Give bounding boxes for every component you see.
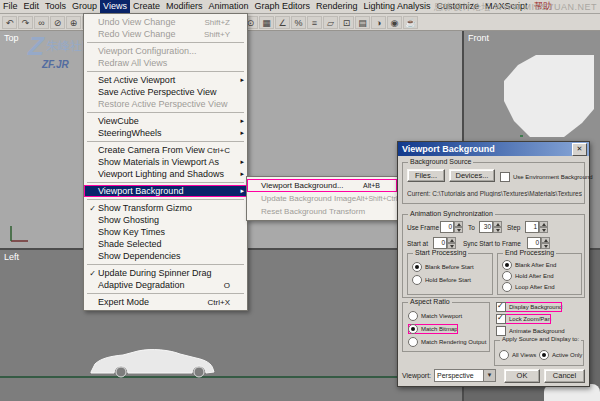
render-setup-icon[interactable]: ☕ [403, 16, 418, 29]
views-menu-item-viewport-background[interactable]: Viewport Background▸ [84, 185, 247, 197]
use-frame-spinner[interactable]: 0 [440, 221, 463, 233]
views-menu-item-show-materials-in-viewport-as[interactable]: Show Materials in Viewport As▸ [84, 156, 247, 168]
views-menu-item-viewcube[interactable]: ViewCube▸ [84, 115, 247, 127]
animation-synchronization-legend: Animation Synchronization [408, 210, 495, 217]
views-menu-item-expert-mode[interactable]: Expert ModeCtrl+X [84, 296, 247, 308]
views-menu-item-update-during-spinner-drag[interactable]: ✓Update During Spinner Drag [84, 267, 247, 279]
menubar-item-tools[interactable]: Tools [42, 0, 69, 13]
align-icon[interactable]: ⊡ [339, 16, 354, 29]
views-menu-item-viewport-configuration: Viewport Configuration... [84, 45, 247, 57]
views-menu-item-viewport-lighting-and-shadows[interactable]: Viewport Lighting and Shadows▸ [84, 168, 247, 180]
display-background-checkbox[interactable]: Display Background [496, 302, 562, 312]
views-menu-item-adaptive-degradation[interactable]: Adaptive DegradationO [84, 279, 247, 291]
step-spinner[interactable]: 1 [525, 221, 548, 233]
use-environment-background-checkbox[interactable]: Use Environment Background [500, 172, 593, 182]
percent-snap-toggle-icon[interactable]: % [291, 16, 306, 29]
animate-background-checkbox[interactable]: Animate Background [496, 326, 565, 336]
menubar-item-lighting-analysis[interactable]: Lighting Analysis [361, 0, 434, 13]
checkbox-icon [496, 302, 506, 312]
menubar-item-views[interactable]: Views [100, 0, 130, 13]
undo-icon[interactable]: ↶ [2, 16, 17, 29]
spinner-arrows[interactable] [447, 237, 456, 249]
match-bitmap-radio[interactable]: Match Bitmap [408, 324, 458, 334]
match-viewport-radio[interactable]: Match Viewport [408, 311, 462, 321]
use-frame-value[interactable]: 0 [440, 221, 454, 233]
checkbox-icon [496, 326, 506, 336]
spinner-arrows[interactable] [539, 221, 548, 233]
devices-button[interactable]: Devices... [449, 169, 495, 182]
start-at-value[interactable]: 0 [433, 237, 447, 249]
menubar-item-modifiers[interactable]: Modifiers [163, 0, 206, 13]
viewport-front-label[interactable]: Front [468, 33, 489, 43]
menu-separator [87, 293, 244, 294]
menubar-item-rendering[interactable]: Rendering [313, 0, 361, 13]
to-frame-value[interactable]: 30 [479, 221, 493, 233]
menubar-item-group[interactable]: Group [69, 0, 100, 13]
files-button[interactable]: Files... [407, 169, 445, 182]
sync-start-spinner[interactable]: 0 [527, 237, 550, 249]
menubar-item-create[interactable]: Create [130, 0, 163, 13]
redo-icon[interactable]: ↷ [18, 16, 33, 29]
views-menu-item-show-key-times[interactable]: Show Key Times [84, 226, 247, 238]
start-at-spinner[interactable]: 0 [433, 237, 456, 249]
views-menu-item-set-active-viewport[interactable]: Set Active Viewport▸ [84, 74, 247, 86]
views-menu-item-show-dependencies[interactable]: Show Dependencies [84, 250, 247, 262]
menu-separator [87, 42, 244, 43]
menubar-item-file[interactable]: File [0, 0, 21, 13]
active-only-radio[interactable]: Active Only [539, 350, 582, 360]
named-selection-sets-icon[interactable]: ≡ [307, 16, 322, 29]
to-frame-spinner[interactable]: 30 [479, 221, 502, 233]
chevron-down-icon[interactable]: ▼ [483, 370, 495, 381]
viewport-label: Viewport: [402, 372, 431, 379]
menubar-item-graph-editors[interactable]: Graph Editors [251, 0, 313, 13]
hold-after-end-radio[interactable]: Hold After End [502, 271, 554, 281]
background-source-legend: Background Source [408, 158, 473, 165]
axis-tripod-icon [8, 223, 34, 245]
car-front-view[interactable] [502, 55, 594, 139]
background-submenu-item-viewport-background[interactable]: Viewport Background...Alt+B [247, 179, 397, 192]
unlink-selection-icon[interactable]: ⊘ [50, 16, 65, 29]
menubar-item-edit[interactable]: Edit [21, 0, 43, 13]
sync-start-value[interactable]: 0 [527, 237, 541, 249]
views-menu-item-create-camera-from-view[interactable]: Create Camera From ViewCtrl+C [84, 144, 247, 156]
cancel-button[interactable]: Cancel [544, 369, 585, 383]
mirror-icon[interactable]: ▱ [323, 16, 338, 29]
step-value[interactable]: 1 [525, 221, 539, 233]
views-menu-item-save-active-perspective-view[interactable]: Save Active Perspective View [84, 86, 247, 98]
viewport-left-label[interactable]: Left [4, 252, 19, 262]
views-menu-item-show-transform-gizmo[interactable]: ✓Show Transform Gizmo [84, 202, 247, 214]
spinner-arrows[interactable] [493, 221, 502, 233]
viewport-top-label[interactable]: Top [4, 33, 19, 43]
angle-snap-toggle-icon[interactable]: ∠ [275, 16, 290, 29]
viewport-select[interactable]: Perspective ▼ [434, 369, 496, 382]
spinner-arrows[interactable] [454, 221, 463, 233]
car-side-view[interactable] [88, 348, 216, 378]
menu-separator [87, 71, 244, 72]
close-icon[interactable]: ✕ [572, 143, 587, 156]
bind-to-spacewarp-icon[interactable]: ⊕ [66, 16, 81, 29]
select-and-link-icon[interactable]: ∞ [34, 16, 49, 29]
blank-before-start-radio[interactable]: Blank Before Start [412, 262, 474, 272]
lock-zoom-pan-checkbox[interactable]: Lock Zoom/Pan [496, 314, 551, 324]
blank-after-end-label: Blank After End [515, 262, 556, 268]
aspect-ratio-legend: Aspect Ratio [408, 298, 452, 305]
menubar-item-animation[interactable]: Animation [205, 0, 251, 13]
ok-button[interactable]: OK [504, 369, 540, 383]
loop-after-end-label: Loop After End [515, 284, 555, 290]
views-menu-item-shade-selected[interactable]: Shade Selected [84, 238, 247, 250]
hold-before-start-radio[interactable]: Hold Before Start [412, 275, 471, 285]
all-views-radio[interactable]: All Views [499, 350, 536, 360]
curve-editor-icon[interactable]: ◑ [371, 16, 386, 29]
match-rendering-output-label: Match Rendering Output [421, 339, 486, 345]
select-and-manipulate-icon[interactable]: ▦ [259, 16, 274, 29]
material-editor-icon[interactable]: ◉ [387, 16, 402, 29]
layer-manager-icon[interactable]: ▤ [355, 16, 370, 29]
spinner-arrows[interactable] [541, 237, 550, 249]
views-menu-item-steeringwheels[interactable]: SteeringWheels▸ [84, 127, 247, 139]
dialog-titlebar[interactable]: Viewport Background ✕ [398, 142, 589, 156]
blank-after-end-radio[interactable]: Blank After End [502, 260, 556, 270]
dialog-title: Viewport Background [402, 144, 495, 154]
loop-after-end-radio[interactable]: Loop After End [502, 282, 555, 292]
match-rendering-output-radio[interactable]: Match Rendering Output [408, 337, 486, 347]
views-menu-item-show-ghosting[interactable]: Show Ghosting [84, 214, 247, 226]
